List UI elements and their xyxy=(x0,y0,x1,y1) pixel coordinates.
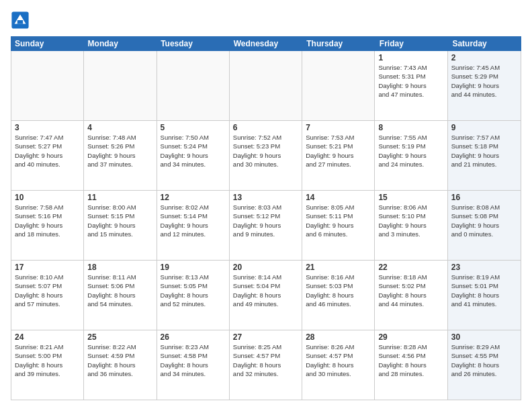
page: SundayMondayTuesdayWednesdayThursdayFrid… xyxy=(0,0,532,411)
day-number: 10 xyxy=(15,193,80,202)
day-number: 14 xyxy=(306,193,371,202)
header-day-monday: Monday xyxy=(84,36,157,51)
day-info: Sunrise: 8:28 AM Sunset: 4:56 PM Dayligh… xyxy=(378,342,443,378)
calendar-week-4: 17Sunrise: 8:10 AM Sunset: 5:07 PM Dayli… xyxy=(11,261,521,330)
day-number: 9 xyxy=(451,123,517,132)
day-info: Sunrise: 7:48 AM Sunset: 5:26 PM Dayligh… xyxy=(87,133,152,169)
day-info: Sunrise: 8:13 AM Sunset: 5:05 PM Dayligh… xyxy=(161,273,226,308)
calendar-cell-empty-0-0 xyxy=(11,51,84,120)
day-info: Sunrise: 7:57 AM Sunset: 5:18 PM Dayligh… xyxy=(451,133,517,169)
calendar-cell-11: 11Sunrise: 8:00 AM Sunset: 5:15 PM Dayli… xyxy=(84,191,157,260)
day-number: 22 xyxy=(378,263,443,272)
day-number: 21 xyxy=(306,263,371,272)
day-info: Sunrise: 7:45 AM Sunset: 5:29 PM Dayligh… xyxy=(451,63,517,99)
day-number: 4 xyxy=(87,123,152,132)
day-info: Sunrise: 8:22 AM Sunset: 4:59 PM Dayligh… xyxy=(87,342,152,378)
day-info: Sunrise: 8:23 AM Sunset: 4:58 PM Dayligh… xyxy=(161,342,226,378)
day-info: Sunrise: 7:50 AM Sunset: 5:24 PM Dayligh… xyxy=(161,133,226,169)
calendar-cell-3: 3Sunrise: 7:47 AM Sunset: 5:27 PM Daylig… xyxy=(11,121,84,190)
day-number: 13 xyxy=(233,193,298,202)
calendar-cell-17: 17Sunrise: 8:10 AM Sunset: 5:07 PM Dayli… xyxy=(11,261,84,330)
calendar-cell-empty-0-4 xyxy=(302,51,375,120)
logo-icon xyxy=(11,11,30,30)
day-number: 1 xyxy=(378,53,443,62)
calendar-cell-12: 12Sunrise: 8:02 AM Sunset: 5:14 PM Dayli… xyxy=(157,191,230,260)
day-number: 2 xyxy=(451,53,517,62)
day-info: Sunrise: 8:18 AM Sunset: 5:02 PM Dayligh… xyxy=(378,273,443,308)
day-number: 12 xyxy=(161,193,226,202)
day-number: 28 xyxy=(306,332,371,342)
day-number: 20 xyxy=(233,263,298,272)
day-info: Sunrise: 8:06 AM Sunset: 5:10 PM Dayligh… xyxy=(378,203,443,238)
day-info: Sunrise: 8:25 AM Sunset: 4:57 PM Dayligh… xyxy=(233,342,298,378)
calendar-cell-30: 30Sunrise: 8:29 AM Sunset: 4:55 PM Dayli… xyxy=(448,330,521,400)
header xyxy=(11,11,521,30)
svg-rect-2 xyxy=(17,20,23,24)
calendar-cell-8: 8Sunrise: 7:55 AM Sunset: 5:19 PM Daylig… xyxy=(375,121,447,190)
day-number: 11 xyxy=(87,193,152,202)
day-number: 7 xyxy=(306,123,371,132)
header-day-tuesday: Tuesday xyxy=(157,36,230,51)
day-info: Sunrise: 8:29 AM Sunset: 4:55 PM Dayligh… xyxy=(451,342,517,378)
day-number: 24 xyxy=(15,332,80,342)
calendar-cell-13: 13Sunrise: 8:03 AM Sunset: 5:12 PM Dayli… xyxy=(230,191,302,260)
calendar-cell-27: 27Sunrise: 8:25 AM Sunset: 4:57 PM Dayli… xyxy=(230,330,302,400)
day-number: 17 xyxy=(15,263,80,272)
day-number: 27 xyxy=(233,332,298,342)
calendar-cell-4: 4Sunrise: 7:48 AM Sunset: 5:26 PM Daylig… xyxy=(84,121,157,190)
calendar-cell-16: 16Sunrise: 8:08 AM Sunset: 5:08 PM Dayli… xyxy=(448,191,521,260)
calendar-cell-25: 25Sunrise: 8:22 AM Sunset: 4:59 PM Dayli… xyxy=(84,330,157,400)
day-info: Sunrise: 8:02 AM Sunset: 5:14 PM Dayligh… xyxy=(161,203,226,238)
day-info: Sunrise: 7:58 AM Sunset: 5:16 PM Dayligh… xyxy=(15,203,80,238)
calendar-cell-10: 10Sunrise: 7:58 AM Sunset: 5:16 PM Dayli… xyxy=(11,191,84,260)
calendar-cell-28: 28Sunrise: 8:26 AM Sunset: 4:57 PM Dayli… xyxy=(302,330,375,400)
day-number: 6 xyxy=(233,123,298,132)
day-info: Sunrise: 8:21 AM Sunset: 5:00 PM Dayligh… xyxy=(15,342,80,378)
day-number: 29 xyxy=(378,332,443,342)
header-day-wednesday: Wednesday xyxy=(230,36,303,51)
day-number: 15 xyxy=(378,193,443,202)
calendar-week-3: 10Sunrise: 7:58 AM Sunset: 5:16 PM Dayli… xyxy=(11,191,521,261)
calendar-cell-empty-0-2 xyxy=(157,51,230,120)
calendar-cell-empty-0-3 xyxy=(230,51,302,120)
calendar-grid: 1Sunrise: 7:43 AM Sunset: 5:31 PM Daylig… xyxy=(11,51,521,400)
calendar-cell-5: 5Sunrise: 7:50 AM Sunset: 5:24 PM Daylig… xyxy=(157,121,230,190)
calendar-cell-21: 21Sunrise: 8:16 AM Sunset: 5:03 PM Dayli… xyxy=(302,261,375,330)
calendar-header: SundayMondayTuesdayWednesdayThursdayFrid… xyxy=(11,36,521,51)
day-info: Sunrise: 8:26 AM Sunset: 4:57 PM Dayligh… xyxy=(306,342,371,378)
calendar-cell-14: 14Sunrise: 8:05 AM Sunset: 5:11 PM Dayli… xyxy=(302,191,375,260)
day-info: Sunrise: 8:16 AM Sunset: 5:03 PM Dayligh… xyxy=(306,273,371,308)
calendar-cell-15: 15Sunrise: 8:06 AM Sunset: 5:10 PM Dayli… xyxy=(375,191,447,260)
day-number: 8 xyxy=(378,123,443,132)
day-info: Sunrise: 8:00 AM Sunset: 5:15 PM Dayligh… xyxy=(87,203,152,238)
day-info: Sunrise: 8:08 AM Sunset: 5:08 PM Dayligh… xyxy=(451,203,517,238)
day-number: 18 xyxy=(87,263,152,272)
calendar-week-2: 3Sunrise: 7:47 AM Sunset: 5:27 PM Daylig… xyxy=(11,121,521,191)
day-number: 3 xyxy=(15,123,80,132)
day-info: Sunrise: 8:03 AM Sunset: 5:12 PM Dayligh… xyxy=(233,203,298,238)
day-info: Sunrise: 7:55 AM Sunset: 5:19 PM Dayligh… xyxy=(378,133,443,169)
header-day-sunday: Sunday xyxy=(11,36,84,51)
calendar-cell-18: 18Sunrise: 8:11 AM Sunset: 5:06 PM Dayli… xyxy=(84,261,157,330)
calendar-cell-6: 6Sunrise: 7:52 AM Sunset: 5:23 PM Daylig… xyxy=(230,121,302,190)
calendar-cell-2: 2Sunrise: 7:45 AM Sunset: 5:29 PM Daylig… xyxy=(448,51,521,120)
day-info: Sunrise: 7:52 AM Sunset: 5:23 PM Dayligh… xyxy=(233,133,298,169)
calendar-cell-24: 24Sunrise: 8:21 AM Sunset: 5:00 PM Dayli… xyxy=(11,330,84,400)
day-info: Sunrise: 8:11 AM Sunset: 5:06 PM Dayligh… xyxy=(87,273,152,308)
calendar-cell-22: 22Sunrise: 8:18 AM Sunset: 5:02 PM Dayli… xyxy=(375,261,447,330)
header-day-thursday: Thursday xyxy=(302,36,375,51)
day-number: 16 xyxy=(451,193,517,202)
day-number: 25 xyxy=(87,332,152,342)
day-info: Sunrise: 8:10 AM Sunset: 5:07 PM Dayligh… xyxy=(15,273,80,308)
day-info: Sunrise: 8:05 AM Sunset: 5:11 PM Dayligh… xyxy=(306,203,371,238)
calendar-week-1: 1Sunrise: 7:43 AM Sunset: 5:31 PM Daylig… xyxy=(11,51,521,121)
day-info: Sunrise: 7:47 AM Sunset: 5:27 PM Dayligh… xyxy=(15,133,80,169)
day-number: 23 xyxy=(451,263,517,272)
calendar-cell-7: 7Sunrise: 7:53 AM Sunset: 5:21 PM Daylig… xyxy=(302,121,375,190)
header-day-saturday: Saturday xyxy=(448,36,521,51)
logo xyxy=(11,11,32,30)
day-number: 30 xyxy=(451,332,517,342)
calendar-cell-1: 1Sunrise: 7:43 AM Sunset: 5:31 PM Daylig… xyxy=(375,51,447,120)
calendar-week-5: 24Sunrise: 8:21 AM Sunset: 5:00 PM Dayli… xyxy=(11,330,521,400)
day-info: Sunrise: 7:43 AM Sunset: 5:31 PM Dayligh… xyxy=(378,63,443,99)
